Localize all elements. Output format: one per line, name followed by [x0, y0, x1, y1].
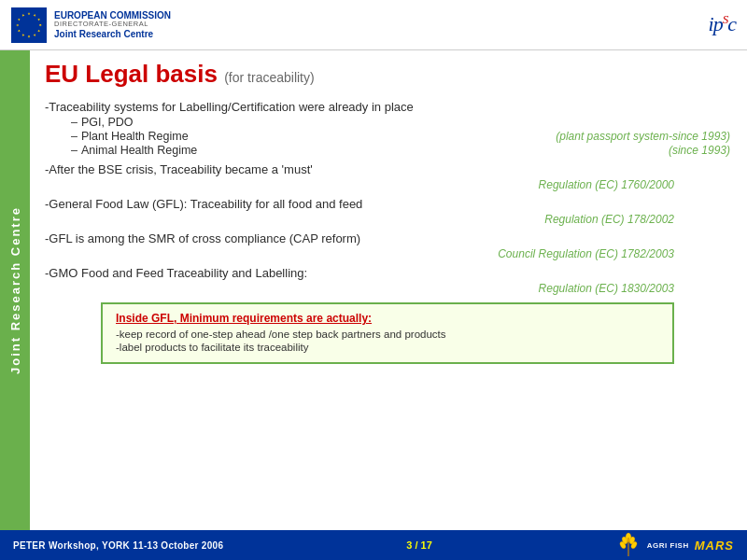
header: EUROPEAN COMMISSION DIRECTORATE-GENERAL …	[0, 0, 747, 50]
eu-flag-icon	[11, 7, 47, 43]
main-point-1: -Traceability systems for Labelling/Cert…	[45, 100, 730, 114]
regulation-3: Regulation (EC) 178/2002	[45, 213, 730, 226]
info-box-item-2: -label products to facilitate its tracea…	[116, 342, 659, 353]
main-point-3: -General Food Law (GFL): Traceability fo…	[45, 197, 730, 211]
dash-icon: –	[71, 144, 78, 157]
footer-logos: AGRI FISH MARS	[615, 532, 734, 558]
sub-item-1-3-note: (since 1993)	[669, 144, 730, 157]
sub-item-1-2-text: Plant Health Regime	[81, 130, 189, 143]
regulation-4: Council Regulation (EC) 1782/2003	[45, 247, 730, 260]
content-block-3: -General Food Law (GFL): Traceability fo…	[45, 197, 730, 226]
content-block-5: -GMO Food and Feed Traceability and Labe…	[45, 266, 730, 295]
ipsc-text-ip: ip	[709, 13, 723, 36]
info-box: Inside GFL, Minimum requirements are act…	[101, 302, 674, 364]
ipsc-text-c: c	[727, 13, 736, 36]
info-box-item-1: -keep record of one-step ahead /one step…	[116, 329, 659, 340]
regulation-2: Regulation (EC) 1760/2000	[45, 178, 730, 191]
sub-item-1-1-text: PGI, PDO	[81, 116, 134, 129]
left-sidebar: Joint Research Centre	[0, 50, 30, 530]
mars-logo: MARS	[695, 539, 734, 553]
agrifish-logo: AGRI FISH	[647, 541, 689, 550]
header-left: EUROPEAN COMMISSION DIRECTORATE-GENERAL …	[11, 7, 171, 43]
regulation-5: Regulation (EC) 1830/2003	[45, 282, 730, 295]
sidebar-label: Joint Research Centre	[8, 206, 22, 374]
sub-item-1-2-note: (plant passport system-since 1993)	[556, 130, 730, 143]
footer-page-number: 3 / 17	[406, 539, 432, 551]
commission-sub: DIRECTORATE-GENERAL	[54, 21, 171, 29]
page-title-main: EU Legal basis	[45, 60, 218, 88]
footer-event: PETER Workshop, YORK 11-13 October 2006	[13, 540, 223, 551]
agrifish-icon	[615, 532, 641, 558]
page-title-sub: (for traceability)	[224, 70, 314, 85]
sub-list-1: – PGI, PDO – Plant Health Regime (plant …	[71, 116, 730, 157]
content-block-4: -GFL is among the SMR of cross complianc…	[45, 231, 730, 260]
main-point-5: -GMO Food and Feed Traceability and Labe…	[45, 266, 730, 280]
sub-item-1-2: – Plant Health Regime (plant passport sy…	[71, 130, 730, 143]
dash-icon: –	[71, 130, 78, 143]
page-title: EU Legal basis (for traceability)	[45, 60, 730, 89]
sub-item-1-3: – Animal Health Regime (since 1993)	[71, 144, 730, 157]
content-block-2: -After the BSE crisis, Traceability beca…	[45, 162, 730, 191]
sub-item-1-1: – PGI, PDO	[71, 116, 730, 129]
dash-icon: –	[71, 116, 78, 129]
main-point-2: -After the BSE crisis, Traceability beca…	[45, 162, 730, 176]
info-box-title: Inside GFL, Minimum requirements are act…	[116, 312, 659, 325]
sub-item-1-3-text: Animal Health Regime	[81, 144, 197, 157]
main-content: EU Legal basis (for traceability) -Trace…	[30, 50, 747, 530]
content-block-1: -Traceability systems for Labelling/Cert…	[45, 100, 730, 157]
commission-text: EUROPEAN COMMISSION DIRECTORATE-GENERAL …	[54, 10, 171, 40]
footer: PETER Workshop, YORK 11-13 October 2006 …	[0, 530, 747, 560]
ipsc-logo: ipSc	[709, 12, 736, 36]
commission-jrc: Joint Research Centre	[54, 29, 171, 40]
main-point-4: -GFL is among the SMR of cross complianc…	[45, 231, 730, 245]
